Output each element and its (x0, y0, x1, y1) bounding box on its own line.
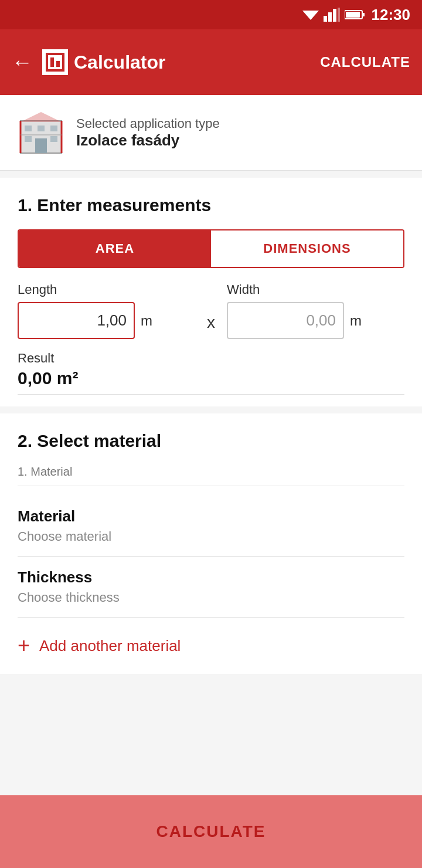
svg-rect-15 (38, 126, 45, 131)
svg-marker-20 (21, 112, 62, 122)
measurements-title: 1. Enter measurements (18, 195, 404, 215)
width-group: Width m (227, 282, 404, 339)
measurements-section: 1. Enter measurements AREA DIMENSIONS Le… (0, 178, 422, 406)
thickness-field[interactable]: Thickness Choose thickness (18, 557, 404, 618)
length-input[interactable] (18, 302, 135, 339)
material-field[interactable]: Material Choose material (18, 496, 404, 557)
app-type-section: Selected application type Izolace fasády (0, 95, 422, 171)
add-material-icon: + (18, 635, 30, 656)
add-material-label: Add another material (39, 637, 181, 655)
measurement-toggle: AREA DIMENSIONS (18, 229, 404, 268)
svg-rect-2 (328, 12, 332, 22)
bottom-calculate-button[interactable]: CALCULATE (18, 807, 404, 856)
svg-rect-17 (25, 136, 32, 142)
area-toggle[interactable]: AREA (19, 230, 211, 267)
signal-icon (324, 8, 340, 22)
svg-rect-16 (50, 126, 57, 131)
svg-rect-4 (338, 8, 340, 22)
logo-icon (45, 52, 66, 73)
dimensions-toggle[interactable]: DIMENSIONS (211, 230, 403, 267)
clock-time: 12:30 (372, 6, 411, 24)
length-input-row: m (18, 302, 195, 339)
battery-icon (345, 9, 366, 21)
width-unit: m (350, 313, 362, 329)
app-type-info: Selected application type Izolace fasády (76, 116, 220, 150)
svg-rect-11 (56, 61, 60, 67)
result-section: Result 0,00 m² (18, 351, 404, 395)
svg-rect-1 (324, 16, 327, 22)
result-label: Result (18, 351, 404, 366)
building-icon (18, 109, 64, 156)
width-input-row: m (227, 302, 404, 339)
multiply-sign: x (205, 313, 217, 332)
status-icons (302, 8, 366, 22)
width-label: Width (227, 282, 404, 297)
material-section-title: 2. Select material (18, 431, 404, 451)
svg-rect-19 (35, 138, 47, 153)
app-bar-left: ← Calculator (12, 49, 165, 75)
app-bar-title: Calculator (42, 49, 165, 75)
app-title: Calculator (74, 52, 165, 73)
length-group: Length m (18, 282, 195, 339)
material-field-label: Material (18, 507, 404, 525)
app-type-name: Izolace fasády (76, 131, 220, 150)
app-logo (42, 49, 68, 75)
add-material-row[interactable]: + Add another material (0, 618, 422, 674)
calculate-header-button[interactable]: CALCULATE (320, 54, 410, 70)
material-section: 2. Select material 1. Material Material … (0, 413, 422, 618)
svg-rect-6 (362, 13, 365, 16)
wifi-icon (302, 8, 319, 21)
svg-marker-0 (302, 11, 319, 20)
length-unit: m (141, 313, 152, 329)
result-value: 0,00 m² (18, 368, 404, 388)
app-bar: ← Calculator CALCULATE (0, 29, 422, 95)
back-button[interactable]: ← (12, 50, 33, 74)
svg-rect-3 (333, 9, 336, 22)
length-label: Length (18, 282, 195, 297)
material-choose-placeholder: Choose material (18, 529, 404, 544)
svg-rect-14 (25, 126, 32, 131)
dimensions-inputs-row: Length m x Width m (18, 282, 404, 339)
svg-rect-18 (50, 136, 57, 142)
svg-rect-10 (50, 57, 54, 67)
status-bar: 12:30 (0, 0, 422, 29)
app-type-label: Selected application type (76, 116, 220, 131)
width-input[interactable] (227, 302, 344, 339)
material-number-label: 1. Material (18, 465, 404, 486)
svg-rect-7 (346, 12, 360, 18)
thickness-field-label: Thickness (18, 568, 404, 586)
bottom-bar: CALCULATE (0, 795, 422, 868)
svg-rect-9 (48, 55, 62, 69)
thickness-choose-placeholder: Choose thickness (18, 590, 404, 605)
